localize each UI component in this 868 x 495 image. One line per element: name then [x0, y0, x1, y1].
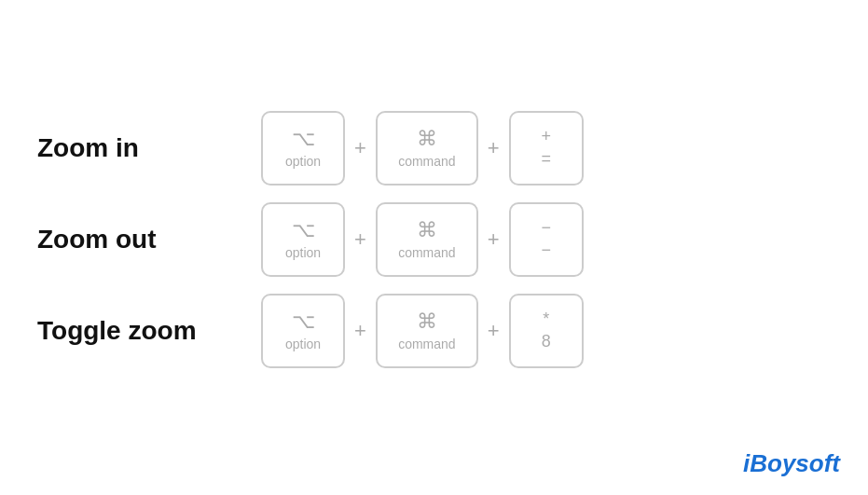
option-symbol-2: ⌥ [292, 218, 315, 242]
option-symbol-1: ⌥ [292, 127, 315, 151]
command-symbol-3: ⌘ [417, 309, 437, 334]
keys-toggle-zoom: ⌥ option + ⌘ command + * 8 [261, 294, 584, 368]
plus-5: + [354, 319, 366, 343]
shortcut-row-zoom-in: Zoom in ⌥ option + ⌘ command + + = [37, 111, 831, 186]
key-option-1: ⌥ option [261, 111, 345, 186]
plus-3: + [354, 227, 366, 252]
key-char-line2-1: = [541, 149, 551, 170]
key-option-2: ⌥ option [261, 202, 345, 277]
shortcut-row-zoom-out: Zoom out ⌥ option + ⌘ command + − − [37, 202, 831, 277]
iboysoft-logo: iBoysoft [743, 449, 840, 478]
key-char-3: * 8 [509, 294, 584, 368]
label-zoom-out: Zoom out [37, 225, 261, 254]
key-char-line1-2: − [541, 218, 551, 239]
plus-4: + [488, 227, 500, 252]
key-char-line1-3: * [543, 309, 549, 330]
command-text-1: command [398, 154, 455, 169]
key-char-2: − − [509, 202, 584, 277]
shortcut-row-toggle-zoom: Toggle zoom ⌥ option + ⌘ command + * 8 [37, 294, 831, 368]
key-char-1: + = [509, 111, 584, 186]
key-option-3: ⌥ option [261, 294, 345, 368]
key-command-2: ⌘ command [376, 202, 478, 277]
key-char-line2-3: 8 [542, 332, 551, 352]
command-symbol-2: ⌘ [417, 218, 437, 242]
key-command-3: ⌘ command [376, 294, 478, 368]
option-symbol-3: ⌥ [292, 309, 315, 334]
command-text-2: command [398, 245, 455, 260]
label-toggle-zoom: Toggle zoom [37, 316, 261, 346]
plus-2: + [488, 136, 500, 160]
option-text-2: option [285, 245, 321, 260]
key-char-line1-1: + [541, 127, 551, 147]
command-symbol-1: ⌘ [417, 127, 437, 151]
key-command-1: ⌘ command [376, 111, 478, 186]
option-text-1: option [285, 154, 321, 169]
key-char-line2-2: − [541, 241, 551, 261]
plus-1: + [354, 136, 366, 160]
label-zoom-in: Zoom in [37, 133, 261, 163]
command-text-3: command [398, 337, 455, 351]
plus-6: + [488, 319, 500, 343]
option-text-3: option [285, 337, 321, 351]
keys-zoom-out: ⌥ option + ⌘ command + − − [261, 202, 584, 277]
keys-zoom-in: ⌥ option + ⌘ command + + = [261, 111, 584, 186]
